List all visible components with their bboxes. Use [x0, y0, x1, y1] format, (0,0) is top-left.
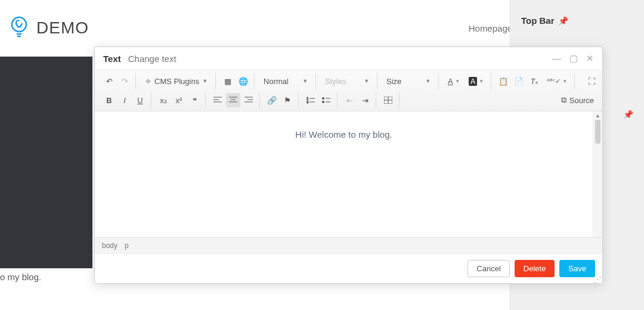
bold-button[interactable]: B: [102, 93, 116, 107]
undo-icon[interactable]: ↶: [102, 74, 116, 88]
modal-footer: Cancel Delete Save ⋰: [95, 253, 602, 283]
align-left-icon[interactable]: [210, 93, 225, 107]
brand-name: DEMO: [36, 18, 89, 38]
source-icon: ⧉: [561, 95, 566, 105]
show-blocks-icon[interactable]: ▦: [221, 74, 235, 88]
save-button[interactable]: Save: [559, 260, 595, 277]
modal-subtitle: Change text: [128, 54, 177, 64]
format-dropdown[interactable]: Normal▼: [259, 74, 312, 88]
editor-toolbar: ↶ ↷ ✧ CMS Plugins ▼ ▦ 🌐 Normal▼ Styles▼: [95, 70, 602, 111]
paste-text-icon[interactable]: 📋: [496, 74, 510, 88]
table-icon[interactable]: [381, 93, 395, 107]
link-icon: 🔗: [265, 93, 279, 107]
unordered-list-icon[interactable]: [319, 93, 333, 107]
editor-paragraph[interactable]: Hi! Welcome to my blog.: [107, 129, 581, 140]
resize-handle-icon[interactable]: ⋰: [594, 275, 601, 282]
remove-format-icon[interactable]: Tₓ: [527, 74, 541, 88]
ordered-list-icon[interactable]: 12: [304, 93, 318, 107]
path-body[interactable]: body: [102, 241, 117, 250]
minimize-icon[interactable]: —: [552, 53, 561, 64]
brand[interactable]: DEMO: [9, 15, 89, 41]
pin-icon: 📌: [558, 16, 568, 26]
blockquote-button[interactable]: ❝: [187, 93, 202, 107]
cancel-button[interactable]: Cancel: [467, 260, 509, 277]
svg-text:2: 2: [306, 100, 309, 104]
spellcheck-dropdown[interactable]: ᴬᴮᶜ✓▾: [543, 74, 571, 88]
delete-button[interactable]: Delete: [515, 260, 555, 277]
superscript-button[interactable]: x²: [172, 93, 186, 107]
modal-titlebar[interactable]: Text Change text — ▢ ✕: [95, 47, 602, 70]
scroll-thumb[interactable]: [595, 120, 600, 144]
source-button[interactable]: ⧉ Source: [556, 93, 599, 107]
underline-button[interactable]: U: [133, 93, 147, 107]
italic-button[interactable]: I: [117, 93, 132, 107]
maximize-icon[interactable]: ▢: [569, 53, 578, 64]
scroll-up-icon[interactable]: ▲: [593, 111, 602, 120]
cms-plugins-dropdown[interactable]: ✧ CMS Plugins ▼: [141, 74, 212, 88]
puzzle-icon: ✧: [145, 77, 151, 86]
redo-icon: ↷: [117, 74, 132, 88]
editor-modal: Text Change text — ▢ ✕ ↶ ↷ ✧ CMS Plugins…: [94, 46, 603, 284]
vertical-scrollbar[interactable]: ▲: [593, 111, 602, 237]
sidebar-section-topbar[interactable]: Top Bar 📌: [510, 0, 644, 32]
text-color-dropdown[interactable]: A▾: [444, 74, 463, 88]
globe-icon[interactable]: 🌐: [236, 74, 250, 88]
size-dropdown[interactable]: Size▼: [382, 74, 435, 88]
bulb-icon: [9, 15, 29, 41]
align-center-icon[interactable]: [226, 93, 240, 107]
editor-content[interactable]: Hi! Welcome to my blog.: [95, 111, 593, 237]
anchor-icon[interactable]: ⚑: [280, 93, 295, 107]
nav-home[interactable]: Homepage: [469, 23, 512, 33]
svg-point-18: [323, 101, 324, 103]
content-dark-band: [0, 57, 92, 268]
paste-word-icon[interactable]: 📄: [512, 74, 526, 88]
element-path: body p: [95, 237, 602, 253]
styles-dropdown[interactable]: Styles▼: [321, 74, 373, 88]
outdent-icon: ⇤: [342, 93, 357, 107]
modal-title: Text: [103, 54, 121, 64]
indent-icon[interactable]: ⇥: [358, 93, 372, 107]
svg-point-16: [323, 98, 324, 100]
path-p[interactable]: p: [125, 241, 129, 250]
pin-icon: 📌: [623, 110, 633, 119]
align-right-icon[interactable]: [242, 93, 256, 107]
svg-point-0: [12, 17, 26, 32]
subscript-button[interactable]: x₂: [156, 93, 171, 107]
fullscreen-icon[interactable]: ⛶: [584, 74, 599, 88]
close-icon[interactable]: ✕: [586, 53, 594, 64]
bg-color-dropdown[interactable]: A▾: [465, 74, 488, 88]
blog-text-snippet: o my blog.: [0, 272, 41, 282]
